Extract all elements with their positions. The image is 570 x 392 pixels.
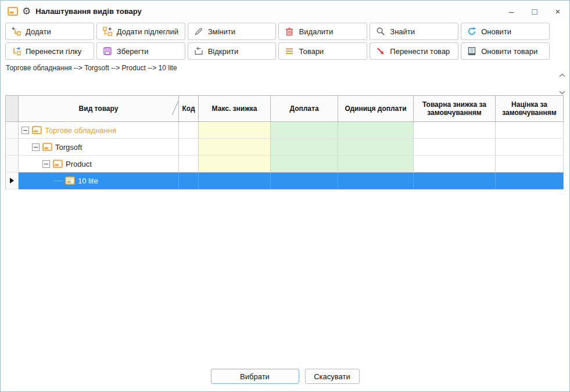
tree-node-label: Product (66, 160, 92, 168)
add-child-button[interactable]: Додати підлеглий (96, 23, 185, 40)
product-types-settings-window: ⚙ Налаштування видів товару – □ × Додати… (0, 0, 570, 392)
close-button[interactable]: × (546, 1, 569, 21)
move-branch-button-label: Перенести гілку (26, 47, 81, 56)
column-header-doplata[interactable]: Доплата (271, 95, 338, 122)
column-header-vid-tovaru[interactable]: Вид товару (19, 95, 179, 122)
save-icon (103, 46, 112, 56)
update-products-button-label: Оновити товари (481, 47, 537, 56)
cell-doplata (271, 156, 338, 172)
cell-odynytsia-doplaty (338, 139, 414, 156)
find-button-label: Знайти (390, 27, 415, 36)
refresh-button-label: Оновити (481, 27, 511, 36)
tree-node-label: Торгове обладнання (45, 126, 116, 135)
cell-odynytsia-doplaty (338, 156, 414, 172)
cell-doplata (271, 139, 338, 156)
folder-node-icon (32, 126, 42, 134)
cell-odynytsia-doplaty (338, 172, 414, 189)
column-header-odynytsia-doplaty[interactable]: Одиниця доплати (338, 95, 414, 122)
cell-kod (179, 139, 199, 156)
open-button[interactable]: Відкрити (188, 42, 277, 60)
collapse-toggle-icon[interactable] (32, 143, 40, 151)
tree-cell[interactable]: Torgsoft (19, 139, 179, 156)
cancel-button[interactable]: Скасувати (305, 369, 360, 384)
row-selector-cell (6, 122, 19, 139)
edit-button[interactable]: Змінити (188, 23, 277, 40)
collapse-toggle-icon[interactable] (42, 160, 50, 168)
cell-kod (179, 156, 199, 172)
delete-button[interactable]: Видалити (278, 23, 367, 40)
cell-natsinka (496, 139, 564, 156)
cell-tovarna-znyzhka (414, 156, 496, 172)
open-button-label: Відкрити (208, 47, 239, 56)
minimize-button[interactable]: – (500, 1, 523, 21)
column-header-natsinka[interactable]: Націнка за замовчуванням (496, 95, 564, 122)
app-icon (8, 7, 18, 16)
cell-tovarna-znyzhka (414, 172, 496, 189)
add-button-label: Додати (26, 27, 51, 36)
tree-cell[interactable]: Product (19, 156, 179, 172)
edit-button-label: Змінити (208, 27, 235, 36)
search-icon (376, 27, 385, 36)
cell-doplata (271, 172, 338, 189)
cell-tovarna-znyzhka (414, 122, 496, 139)
save-button[interactable]: Зберегти (96, 42, 185, 60)
add-button[interactable]: Додати (5, 23, 94, 40)
cell-max-znyzhka (199, 122, 271, 139)
scroll-up-button[interactable] (558, 71, 567, 80)
tree-node-label: Torgsoft (55, 143, 82, 152)
save-button-label: Зберегти (117, 47, 149, 56)
add-child-button-label: Додати підлеглий (117, 27, 178, 36)
move-product-icon (376, 46, 385, 56)
row-selector-cell (6, 172, 19, 189)
products-button-label: Товари (299, 47, 324, 56)
row-selector-cell (6, 156, 19, 172)
toolbar-row-2: Перенести гілку Зберегти Відкрити Товари… (1, 41, 569, 61)
cell-natsinka (496, 172, 564, 189)
find-button[interactable]: Знайти (370, 23, 458, 40)
trash-icon (285, 27, 294, 36)
gear-icon: ⚙ (22, 6, 31, 16)
cell-odynytsia-doplaty (338, 122, 414, 139)
folder-node-icon (42, 143, 52, 151)
cell-max-znyzhka (199, 156, 271, 172)
column-header-label: Вид товару (79, 105, 119, 113)
cell-tovarna-znyzhka (414, 139, 496, 156)
cell-natsinka (496, 156, 564, 172)
row-selector-cell (6, 139, 19, 156)
column-header-max-znyzhka[interactable]: Макс. знижка (199, 95, 271, 122)
cell-kod (179, 172, 199, 189)
add-node-icon (12, 27, 21, 36)
select-button[interactable]: Вибрати (211, 369, 299, 384)
collapse-toggle-icon[interactable] (21, 127, 29, 134)
update-products-icon (467, 46, 476, 56)
titlebar: ⚙ Налаштування видів товару – □ × (1, 1, 569, 21)
tree-cell[interactable]: 10 lite (19, 172, 179, 189)
window-controls: – □ × (500, 1, 569, 21)
move-product-button[interactable]: Перенести товар (370, 42, 458, 60)
refresh-icon (467, 27, 476, 36)
maximize-button[interactable]: □ (523, 1, 546, 21)
tree-row-10-lite[interactable]: 10 lite (6, 172, 563, 189)
footer: Вибрати Скасувати (1, 369, 569, 384)
cell-max-znyzhka (199, 139, 271, 156)
update-products-button[interactable]: Оновити товари (461, 42, 550, 60)
column-header-kod[interactable]: Код (179, 95, 199, 122)
product-types-grid: Вид товару Код Макс. знижка Доплата Один… (5, 95, 563, 189)
products-list-icon (285, 46, 294, 56)
leaf-node-icon (65, 177, 75, 185)
add-child-node-icon (103, 27, 112, 36)
cell-max-znyzhka (199, 172, 271, 189)
tree-cell[interactable]: Торгове обладнання (19, 122, 179, 139)
refresh-button[interactable]: Оновити (461, 23, 550, 40)
cell-doplata (271, 122, 338, 139)
column-header-tovarna-znyzhka[interactable]: Товарна знижка за замовчуванням (414, 95, 496, 122)
move-product-button-label: Перенести товар (390, 47, 450, 56)
move-branch-button[interactable]: Перенести гілку (5, 42, 94, 60)
tree-row-torgsoft[interactable]: Torgsoft (6, 139, 563, 156)
products-button[interactable]: Товари (278, 42, 367, 60)
window-title: Налаштування видів товару (35, 7, 141, 16)
tree-row-product[interactable]: Product (6, 156, 563, 172)
pencil-icon (194, 27, 203, 36)
current-row-marker-icon (10, 178, 14, 184)
tree-row-torhove-obladnannia[interactable]: Торгове обладнання (6, 122, 563, 139)
